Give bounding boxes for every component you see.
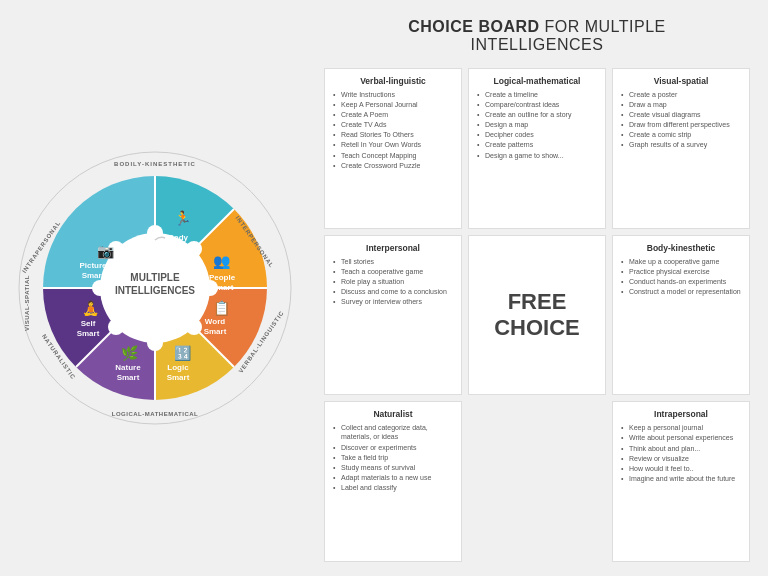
cell-logical-mathematical-title: Logical-mathematical bbox=[477, 76, 597, 86]
svg-text:🏃: 🏃 bbox=[174, 210, 192, 227]
list-item: Label and classify bbox=[333, 483, 453, 492]
svg-text:MULTIPLE: MULTIPLE bbox=[130, 272, 180, 283]
logical-list: Create a timeline Compare/contrast ideas… bbox=[477, 90, 597, 161]
verbal-linguistic-list: Write Instructions Keep A Personal Journ… bbox=[333, 90, 453, 171]
list-item: Create a poster bbox=[621, 90, 741, 99]
svg-text:VISUAL-SPATIAL: VISUAL-SPATIAL bbox=[24, 275, 30, 331]
choice-grid: Verbal-linguistic Write Instructions Kee… bbox=[324, 68, 750, 562]
svg-text:Word: Word bbox=[205, 317, 225, 326]
list-item: How would it feel to.. bbox=[621, 464, 741, 473]
list-item: Discuss and come to a conclusion bbox=[333, 287, 453, 296]
list-item: Think about and plan... bbox=[621, 444, 741, 453]
cell-naturalist: Naturalist Collect and categorize data, … bbox=[324, 401, 462, 562]
list-item: Create an outline for a story bbox=[477, 110, 597, 119]
body-kinesthetic-list: Make up a cooperative game Practice phys… bbox=[621, 257, 741, 297]
list-item: Construct a model or representation bbox=[621, 287, 741, 296]
list-item: Create Crossword Puzzle bbox=[333, 161, 453, 170]
list-item: Adapt materials to a new use bbox=[333, 473, 453, 482]
list-item: Write about personal experiences bbox=[621, 433, 741, 442]
list-item: Study means of survival bbox=[333, 463, 453, 472]
svg-text:🔢: 🔢 bbox=[174, 345, 192, 362]
svg-text:Logic: Logic bbox=[167, 363, 189, 372]
svg-text:Smart: Smart bbox=[77, 329, 100, 338]
svg-text:Picture: Picture bbox=[79, 261, 107, 270]
list-item: Practice physical exercise bbox=[621, 267, 741, 276]
wheel-panel: MULTIPLE INTELLIGENCES 🏃 👥 📋 🔢 🌿 🧘 📷 Bod… bbox=[0, 0, 310, 576]
list-item: Write Instructions bbox=[333, 90, 453, 99]
list-item: Compare/contrast ideas bbox=[477, 100, 597, 109]
list-item: Create visual diagrams bbox=[621, 110, 741, 119]
naturalist-list: Collect and categorize data, materials, … bbox=[333, 423, 453, 493]
list-item: Make up a cooperative game bbox=[621, 257, 741, 266]
list-item: Graph results of a survey bbox=[621, 140, 741, 149]
svg-text:Self: Self bbox=[81, 319, 96, 328]
list-item: Review or visualize bbox=[621, 454, 741, 463]
wheel-container: MULTIPLE INTELLIGENCES 🏃 👥 📋 🔢 🌿 🧘 📷 Bod… bbox=[15, 148, 295, 428]
cell-intrapersonal: Intrapersonal Keep a personal journal Wr… bbox=[612, 401, 750, 562]
intrapersonal-list: Keep a personal journal Write about pers… bbox=[621, 423, 741, 484]
svg-text:Smart: Smart bbox=[211, 283, 234, 292]
list-item: Keep A Personal Journal bbox=[333, 100, 453, 109]
list-item: Draw a map bbox=[621, 100, 741, 109]
svg-text:Smart: Smart bbox=[82, 271, 105, 280]
cell-intrapersonal-title: Intrapersonal bbox=[621, 409, 741, 419]
list-item: Conduct hands-on experiments bbox=[621, 277, 741, 286]
svg-text:Smart: Smart bbox=[167, 373, 190, 382]
list-item: Design a map bbox=[477, 120, 597, 129]
list-item: Design a game to show... bbox=[477, 151, 597, 160]
main-title: CHOICE BOARD FOR MULTIPLE INTELLIGENCES bbox=[324, 18, 750, 54]
svg-text:Nature: Nature bbox=[115, 363, 141, 372]
visual-list: Create a poster Draw a map Create visual… bbox=[621, 90, 741, 151]
svg-text:Smart: Smart bbox=[117, 373, 140, 382]
svg-text:Smart: Smart bbox=[167, 243, 190, 252]
svg-text:🧘: 🧘 bbox=[82, 300, 100, 317]
svg-text:INTELLIGENCES: INTELLIGENCES bbox=[115, 285, 195, 296]
cell-verbal-linguistic: Verbal-linguistic Write Instructions Kee… bbox=[324, 68, 462, 229]
svg-text:People: People bbox=[209, 273, 236, 282]
cell-naturalist-title: Naturalist bbox=[333, 409, 453, 419]
cell-verbal-linguistic-title: Verbal-linguistic bbox=[333, 76, 453, 86]
svg-text:Smart: Smart bbox=[204, 327, 227, 336]
list-item: Create a timeline bbox=[477, 90, 597, 99]
right-panel: CHOICE BOARD FOR MULTIPLE INTELLIGENCES … bbox=[310, 0, 768, 576]
list-item: Tell stories bbox=[333, 257, 453, 266]
svg-text:📋: 📋 bbox=[213, 300, 231, 317]
svg-text:BODILY-KINESTHETIC: BODILY-KINESTHETIC bbox=[114, 161, 196, 167]
cell-visual-spatial: Visual-spatial Create a poster Draw a ma… bbox=[612, 68, 750, 229]
svg-text:Body: Body bbox=[168, 233, 189, 242]
svg-text:📷: 📷 bbox=[97, 243, 115, 260]
list-item: Create A Poem bbox=[333, 110, 453, 119]
free-choice-text: FREE CHOICE bbox=[494, 289, 580, 342]
cell-body-kinesthetic-title: Body-kinesthetic bbox=[621, 243, 741, 253]
list-item: Role play a situation bbox=[333, 277, 453, 286]
list-item: Create TV Ads bbox=[333, 120, 453, 129]
intelligence-wheel: MULTIPLE INTELLIGENCES 🏃 👥 📋 🔢 🌿 🧘 📷 Bod… bbox=[15, 148, 295, 428]
list-item: Imagine and write about the future bbox=[621, 474, 741, 483]
cell-interpersonal: Interpersonal Tell stories Teach a coope… bbox=[324, 235, 462, 396]
list-item: Teach Concept Mapping bbox=[333, 151, 453, 160]
interpersonal-list: Tell stories Teach a cooperative game Ro… bbox=[333, 257, 453, 307]
list-item: Teach a cooperative game bbox=[333, 267, 453, 276]
cell-body-kinesthetic: Body-kinesthetic Make up a cooperative g… bbox=[612, 235, 750, 396]
list-item: Draw from different perspectives bbox=[621, 120, 741, 129]
cell-interpersonal-title: Interpersonal bbox=[333, 243, 453, 253]
cell-visual-spatial-title: Visual-spatial bbox=[621, 76, 741, 86]
list-item: Discover or experiments bbox=[333, 443, 453, 452]
list-item: Read Stories To Others bbox=[333, 130, 453, 139]
list-item: Retell In Your Own Words bbox=[333, 140, 453, 149]
svg-text:👥: 👥 bbox=[213, 253, 231, 270]
list-item: Keep a personal journal bbox=[621, 423, 741, 432]
svg-text:LOGICAL-MATHEMATICAL: LOGICAL-MATHEMATICAL bbox=[112, 411, 198, 417]
list-item: Decipher codes bbox=[477, 130, 597, 139]
cell-empty bbox=[468, 401, 606, 562]
cell-logical-mathematical: Logical-mathematical Create a timeline C… bbox=[468, 68, 606, 229]
list-item: Create a comic strip bbox=[621, 130, 741, 139]
list-item: Collect and categorize data, materials, … bbox=[333, 423, 453, 441]
cell-free-choice: FREE CHOICE bbox=[468, 235, 606, 396]
svg-text:🌿: 🌿 bbox=[121, 345, 139, 362]
list-item: Take a field trip bbox=[333, 453, 453, 462]
list-item: Survey or interview others bbox=[333, 297, 453, 306]
list-item: Create patterns bbox=[477, 140, 597, 149]
